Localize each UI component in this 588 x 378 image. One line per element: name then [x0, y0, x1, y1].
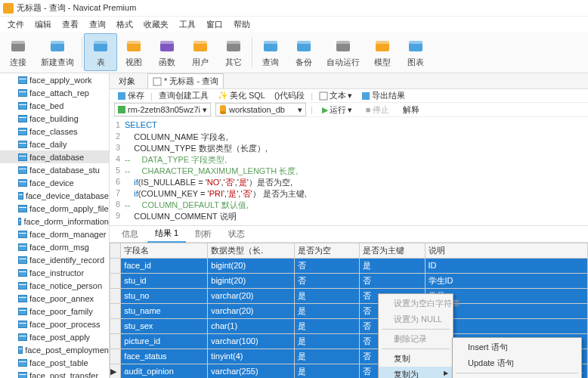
menu-item[interactable]: 收藏夹	[139, 17, 173, 32]
tool-用户[interactable]: 用户	[184, 33, 217, 71]
table-item[interactable]: face_identify_record	[0, 253, 109, 266]
menu-item[interactable]: 格式	[112, 17, 138, 32]
table-row[interactable]: stu_novarchar(20)是否学号	[110, 289, 588, 304]
table-item[interactable]: face_post_apply	[0, 330, 109, 343]
table-icon	[18, 308, 27, 315]
table-item[interactable]: face_bed	[0, 99, 109, 112]
menu-item[interactable]: 文件	[3, 17, 29, 32]
table-row[interactable]: stu_namevarchar(20)是否姓名	[110, 304, 588, 319]
table-item[interactable]: face_apply_work	[0, 73, 109, 86]
menu-item[interactable]: 窗口	[202, 17, 227, 32]
table-item[interactable]: face_post_table	[0, 356, 109, 369]
table-item[interactable]: face_post_employmen	[0, 343, 109, 356]
table-item[interactable]: face_poor_annex	[0, 292, 109, 305]
tool-备份[interactable]: 备份	[287, 33, 320, 71]
table-item[interactable]: face_classes	[0, 125, 109, 138]
tool-函数[interactable]: 函数	[150, 33, 184, 71]
table-item[interactable]: face_dorm_information	[0, 215, 109, 228]
table-item[interactable]: face_building	[0, 112, 109, 125]
table-item[interactable]: face_dorm_msg	[0, 240, 109, 253]
menu-item[interactable]: 查看	[57, 17, 83, 32]
table-item[interactable]: face_database	[0, 150, 109, 163]
server-select[interactable]: rm-2zetn83n05wz7i▾	[114, 103, 211, 116]
tool-连接[interactable]: 连接	[2, 33, 35, 71]
menu-item[interactable]: 帮助	[229, 17, 255, 32]
column-header[interactable]: 数据类型（长.	[208, 243, 295, 259]
tool-其它[interactable]: 其它	[217, 33, 250, 71]
result-tab[interactable]: 结果 1	[147, 225, 186, 243]
menu-item[interactable]: 复制为▶	[379, 367, 453, 378]
table-item[interactable]: face_dorm_apply_file	[0, 202, 109, 215]
tool-视图[interactable]: 视图	[117, 33, 150, 71]
table-icon	[18, 282, 27, 290]
table-item[interactable]: face_device	[0, 176, 109, 189]
column-header[interactable]: 字段名	[121, 243, 208, 259]
run-button[interactable]: ▶运行 ▾	[317, 104, 357, 116]
explain-button[interactable]: 解释	[398, 104, 424, 116]
table-item[interactable]: face_instructor	[0, 266, 109, 279]
table-item[interactable]: face_attach_rep	[0, 86, 109, 99]
text-button[interactable]: 文本 ▾	[316, 89, 355, 102]
svg-rect-24	[409, 41, 422, 44]
svg-rect-16	[264, 41, 277, 44]
column-header[interactable]: 是否为空	[295, 243, 360, 259]
query-builder-button[interactable]: 查询创建工具	[156, 89, 212, 102]
table-item[interactable]: face_dorm_manager	[0, 228, 109, 240]
sidebar: face_apply_workface_attach_repface_bedfa…	[0, 73, 110, 378]
menu-item[interactable]: 制表符分隔值 (数据)	[453, 375, 581, 378]
tool-模型[interactable]: 模型	[366, 33, 399, 71]
table-icon	[18, 269, 27, 277]
table-row[interactable]: stu_sexchar(1)是否性别	[110, 319, 588, 334]
menu-item[interactable]: 设置为空白字符串	[379, 296, 453, 311]
database-select[interactable]: workstation_db▾	[215, 103, 306, 116]
code-snippet-button[interactable]: ()代码段	[271, 89, 308, 102]
menu-item[interactable]: 工具	[175, 17, 200, 32]
table-item[interactable]: face_poor_family	[0, 305, 109, 318]
query-toolbar: 保存 | 查询创建工具 ✨美化 SQL ()代码段 | 文本 ▾ 导出结果	[110, 89, 588, 103]
stop-button[interactable]: ■停止	[361, 104, 394, 116]
server-icon	[118, 106, 125, 113]
table-row[interactable]: stu_idbigint(20)否否学生ID	[110, 274, 588, 289]
menu-item[interactable]: 查询	[85, 17, 110, 32]
table-item[interactable]: face_post_transfer	[0, 369, 109, 378]
tool-查询[interactable]: 查询	[254, 33, 287, 71]
table-item[interactable]: face_poor_process	[0, 318, 109, 330]
table-item[interactable]: face_daily	[0, 138, 109, 150]
menu-item[interactable]: Insert 语句	[453, 339, 581, 355]
tool-图表[interactable]: 图表	[399, 33, 432, 71]
column-header[interactable]: 说明	[425, 243, 587, 259]
menu-item[interactable]: 设置为 NULL	[379, 311, 453, 327]
menu-item[interactable]: 删除记录	[379, 331, 453, 347]
column-header[interactable]: 是否为主键	[360, 243, 425, 259]
menu-item[interactable]: 复制	[379, 351, 453, 367]
tool-表[interactable]: 表	[84, 33, 117, 71]
result-tab[interactable]: 状态	[221, 226, 252, 242]
table-item[interactable]: face_database_stu	[0, 163, 109, 176]
svg-rect-28	[362, 92, 370, 100]
table-icon	[18, 243, 27, 251]
sql-editor[interactable]: 1SELECT2 COLUMN_NAME 字段名,3 COLUMN_TYPE 数…	[110, 117, 588, 226]
save-button[interactable]: 保存	[114, 89, 147, 102]
menu-item[interactable]: 编辑	[30, 17, 56, 32]
export-button[interactable]: 导出结果	[358, 89, 408, 102]
result-tab[interactable]: 剖析	[187, 226, 219, 242]
menu-item[interactable]: Update 语句	[453, 355, 581, 371]
tab-objects[interactable]: 对象	[114, 74, 140, 88]
context-submenu[interactable]: Insert 语句Update 语句制表符分隔值 (数据)制表符分隔值 (字段名…	[452, 337, 582, 378]
table-item[interactable]: face_device_database	[0, 189, 109, 202]
tool-新建查询[interactable]: 新建查询	[35, 33, 80, 71]
svg-rect-0	[3, 3, 14, 14]
tool-自动运行[interactable]: 自动运行	[320, 33, 366, 71]
table-item[interactable]: face_notice_person	[0, 279, 109, 292]
database-icon	[219, 105, 227, 114]
svg-rect-14	[227, 41, 240, 44]
context-menu[interactable]: 设置为空白字符串设置为 NULL删除记录复制复制为▶粘贴显示▶	[378, 293, 453, 378]
table-row[interactable]: face_idbigint(20)否是ID	[110, 259, 588, 274]
content-tabs: 对象 * 无标题 - 查询	[110, 73, 588, 89]
svg-rect-12	[193, 41, 207, 44]
result-tab[interactable]: 信息	[114, 226, 146, 242]
tab-query[interactable]: * 无标题 - 查询	[147, 73, 224, 88]
beautify-button[interactable]: ✨美化 SQL	[215, 89, 268, 102]
table-icon	[18, 205, 27, 212]
svg-point-31	[220, 111, 226, 114]
